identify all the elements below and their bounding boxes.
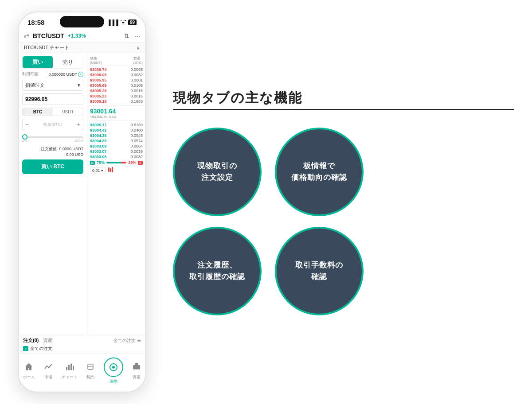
chart-bar[interactable]: BTC/USDT チャート ∨ — [19, 42, 145, 53]
svg-rect-11 — [133, 365, 140, 369]
order-type-dropdown[interactable]: 指値注文 ▾ — [22, 80, 83, 91]
phone-content: ⇄ BTC/USDT +1.33% ⇅ ··· BTC/USDT チャート ∨ — [19, 30, 145, 392]
settings-icon[interactable] — [107, 167, 113, 174]
bid-row-5: 93003.89 0.0064 — [89, 144, 144, 149]
increase-qty-button[interactable]: + — [77, 121, 80, 128]
nav-market[interactable]: 市場 — [44, 362, 53, 380]
nav-market-label: 市場 — [44, 374, 52, 380]
trade-change: +1.33% — [68, 33, 86, 39]
nav-home[interactable]: ホーム — [23, 362, 35, 380]
buy-sell-progress-bar — [106, 162, 126, 163]
trade-header: ⇄ BTC/USDT +1.33% ⇅ ··· — [19, 30, 145, 42]
svg-rect-2 — [112, 167, 113, 172]
list-icon: ☰ — [137, 338, 141, 343]
features-section: 現物取引の注文設定 板情報で価格動向の確認 注文履歴、取引履歴の確認 取引手数料… — [173, 128, 514, 315]
percentage-slider[interactable]: 0% 100% — [22, 133, 83, 144]
bid-row-6: 93003.07 0.0039 — [89, 149, 144, 154]
feature-order-book: 板情報で価格動向の確認 — [275, 128, 364, 216]
nav-spot[interactable]: 現物 — [104, 357, 123, 385]
decrease-qty-button[interactable]: − — [25, 121, 29, 128]
more-icon[interactable]: ··· — [135, 32, 140, 39]
ask-row-1: 93006.74 0.0065 — [89, 67, 144, 72]
slider-thumb[interactable] — [22, 134, 27, 140]
btc-button[interactable]: BTC — [23, 108, 53, 116]
all-orders-link[interactable]: 全ての注文 ☰ — [113, 338, 141, 344]
features-row-2: 注文履歴、取引履歴の確認 取引手数料の確認 — [173, 227, 514, 315]
home-icon — [24, 362, 33, 373]
trade-main: 買い 売り 利用可能 0.000000 USDT + 指値注文 — [19, 53, 145, 334]
slider-labels: 0% 100% — [22, 139, 83, 143]
svg-point-10 — [112, 366, 115, 369]
svg-rect-5 — [70, 364, 72, 370]
buy-sell-tabs[interactable]: 買い 売り — [22, 56, 83, 69]
battery-indicator: 99 — [128, 19, 137, 25]
nav-chart[interactable]: チャート — [62, 362, 78, 380]
orders-tab-group: 注文(0) 資産 — [23, 337, 53, 344]
nav-contract-label: 契約 — [86, 374, 94, 380]
sell-pct: 25% — [128, 160, 136, 165]
chart-toggle-icon[interactable]: ⇅ — [124, 32, 129, 39]
buy-bar-label: B — [90, 161, 95, 165]
assets-icon — [132, 362, 141, 373]
svg-rect-1 — [110, 168, 111, 172]
usdt-button[interactable]: USDT — [53, 108, 83, 116]
buy-btc-button[interactable]: 買い BTC — [22, 159, 83, 174]
price-input[interactable]: 92996.05 — [22, 93, 83, 105]
checkbox-icon: ✓ — [23, 346, 28, 351]
nav-assets[interactable]: 資産 — [132, 362, 141, 380]
sell-tab[interactable]: 売り — [53, 56, 83, 68]
nav-home-label: ホーム — [23, 374, 35, 380]
trade-pair: BTC/USDT — [33, 32, 64, 39]
mid-price: 93001.64 — [90, 108, 116, 115]
assets-tab[interactable]: 資産 — [43, 337, 53, 344]
ask-row-7: 93005.18 0.1983 — [89, 99, 144, 104]
page-title-section: 現物タブの主な機能 — [173, 89, 514, 119]
lot-size-selector[interactable]: 0.01 ▾ — [90, 167, 106, 174]
nav-chart-label: チャート — [62, 374, 78, 380]
nav-contract[interactable]: 契約 — [86, 362, 95, 380]
title-divider — [173, 109, 514, 110]
order-val-usd: 0.00 USD — [66, 152, 83, 157]
order-type-label: 指値注文 — [25, 82, 45, 89]
svg-rect-3 — [66, 367, 67, 370]
ask-row-2: 93006.08 0.0032 — [89, 72, 144, 78]
orders-tab-active[interactable]: 注文(0) — [23, 337, 39, 344]
slider-max-label: 100% — [74, 139, 83, 143]
buy-tab[interactable]: 買い — [23, 56, 53, 68]
bid-row-1: 93005.17 0.6169 — [89, 122, 144, 128]
page-title: 現物タブの主な機能 — [173, 89, 514, 107]
spot-nav-circle — [104, 357, 123, 377]
feature-spot-trading-text: 現物取引の注文設定 — [197, 160, 237, 183]
available-value: 0.000000 USDT + — [48, 72, 83, 77]
available-row: 利用可能 0.000000 USDT + — [22, 71, 83, 77]
bid-row-4: 93004.35 0.0574 — [89, 138, 144, 144]
feature-spot-trading: 現物取引の注文設定 — [173, 128, 262, 216]
chart-label: BTC/USDT チャート — [24, 44, 136, 51]
status-time: 18:58 — [27, 19, 44, 26]
trade-left-panel: 買い 売り 利用可能 0.000000 USDT + 指値注文 — [19, 53, 87, 334]
dynamic-island — [60, 16, 104, 27]
filter-checkbox[interactable]: ✓ 全ての注文 — [23, 346, 52, 352]
svg-rect-0 — [108, 167, 110, 172]
quantity-label: 数量(BTC) — [31, 122, 75, 128]
bid-row-3: 93004.36 0.0945 — [89, 133, 144, 138]
chevron-icon: ∨ — [136, 45, 140, 51]
currency-switch[interactable]: BTC USDT — [22, 108, 83, 116]
header-actions: ⇅ ··· — [124, 32, 140, 39]
ob-price-header: 価格(USDT) — [90, 56, 102, 65]
status-icons: ▐▐▐ 99 — [107, 19, 137, 26]
quantity-row: − 数量(BTC) + — [22, 119, 83, 130]
wifi-icon — [120, 19, 126, 26]
order-book: 価格(USDT) 数量(BTC) 93006.74 0.0065 93006.0… — [87, 53, 145, 334]
dropdown-arrow-icon: ▾ — [78, 82, 80, 88]
add-funds-icon[interactable]: + — [78, 72, 83, 77]
feature-order-book-text: 板情報で価格動向の確認 — [291, 160, 347, 183]
feature-order-history: 注文履歴、取引履歴の確認 — [173, 227, 262, 315]
right-section: 現物タブの主な機能 現物取引の注文設定 板情報で価格動向の確認 注文履歴、取引履… — [164, 80, 514, 324]
contract-icon — [86, 362, 95, 373]
ob-header: 価格(USDT) 数量(BTC) — [89, 55, 144, 66]
feature-fee-text: 取引手数料の確認 — [295, 260, 343, 282]
swap-icon: ⇄ — [24, 32, 29, 39]
phone-mockup: 18:58 ▐▐▐ 99 ⇄ BTC/USDT +1.33% ⇅ ··· — [18, 12, 146, 392]
available-label: 利用可能 — [22, 71, 38, 77]
